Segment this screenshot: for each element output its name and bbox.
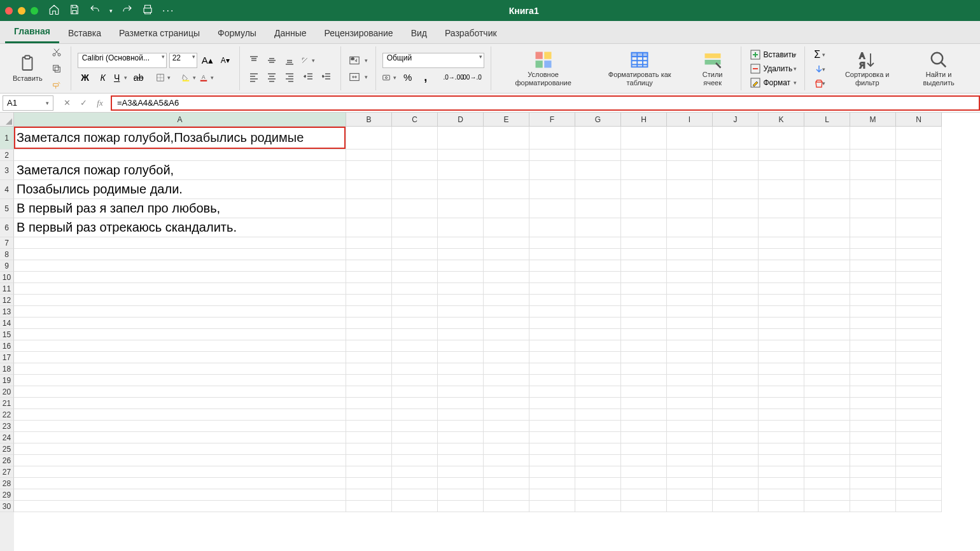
cell-G2[interactable] (575, 150, 621, 161)
column-header-N[interactable]: N (896, 113, 942, 127)
cell-M8[interactable] (850, 249, 896, 260)
cell-M18[interactable] (850, 363, 896, 375)
column-header-L[interactable]: L (804, 113, 850, 127)
font-name-select[interactable]: Calibri (Основной... (78, 53, 167, 68)
cell-D4[interactable] (438, 180, 484, 199)
cell-B12[interactable] (346, 295, 392, 306)
cell-B14[interactable] (346, 317, 392, 329)
cell-J6[interactable] (713, 218, 759, 237)
cell-K1[interactable] (759, 127, 804, 150)
cell-M7[interactable] (850, 237, 896, 249)
cell-L25[interactable] (804, 443, 850, 455)
cell-M3[interactable] (850, 161, 896, 180)
row-header-2[interactable]: 2 (0, 150, 14, 161)
cell-L5[interactable] (804, 199, 850, 218)
row-header-27[interactable]: 27 (0, 466, 14, 478)
cell-D28[interactable] (438, 478, 484, 489)
cell-C18[interactable] (392, 363, 438, 375)
cell-K2[interactable] (759, 150, 804, 161)
cell-A15[interactable] (14, 329, 346, 340)
cell-J10[interactable] (713, 272, 759, 283)
cell-N26[interactable] (896, 455, 942, 466)
cell-I10[interactable] (667, 272, 713, 283)
cell-G9[interactable] (575, 260, 621, 272)
cell-H11[interactable] (621, 283, 667, 295)
cell-N6[interactable] (896, 218, 942, 237)
cell-I6[interactable] (667, 218, 713, 237)
cell-K3[interactable] (759, 161, 804, 180)
cell-C15[interactable] (392, 329, 438, 340)
cell-H5[interactable] (621, 199, 667, 218)
cell-L21[interactable] (804, 398, 850, 409)
cell-B22[interactable] (346, 409, 392, 421)
cell-G5[interactable] (575, 199, 621, 218)
cell-G26[interactable] (575, 455, 621, 466)
cell-J25[interactable] (713, 443, 759, 455)
cell-J4[interactable] (713, 180, 759, 199)
cell-A10[interactable] (14, 272, 346, 283)
cell-I4[interactable] (667, 180, 713, 199)
cell-G17[interactable] (575, 352, 621, 363)
cell-B8[interactable] (346, 249, 392, 260)
cell-E20[interactable] (484, 386, 529, 398)
cell-N18[interactable] (896, 363, 942, 375)
strikethrough-button[interactable]: ab (131, 71, 146, 85)
cell-I28[interactable] (667, 478, 713, 489)
cell-E14[interactable] (484, 317, 529, 329)
formula-input[interactable]: =A3&A4&A5&A6 (111, 95, 980, 111)
cell-G8[interactable] (575, 249, 621, 260)
cell-C27[interactable] (392, 466, 438, 478)
row-header-7[interactable]: 7 (0, 237, 14, 249)
cell-L29[interactable] (804, 489, 850, 501)
row-header-21[interactable]: 21 (0, 398, 14, 409)
clear-button[interactable] (811, 78, 827, 89)
cell-G20[interactable] (575, 386, 621, 398)
cell-A13[interactable] (14, 306, 346, 317)
cell-L9[interactable] (804, 260, 850, 272)
cell-C2[interactable] (392, 150, 438, 161)
cell-N3[interactable] (896, 161, 942, 180)
cell-M24[interactable] (850, 432, 896, 443)
cell-A27[interactable] (14, 466, 346, 478)
cell-C12[interactable] (392, 295, 438, 306)
cell-J17[interactable] (713, 352, 759, 363)
cell-I7[interactable] (667, 237, 713, 249)
close-window[interactable] (5, 7, 13, 15)
cell-G30[interactable] (575, 501, 621, 512)
cell-B13[interactable] (346, 306, 392, 317)
cell-N28[interactable] (896, 478, 942, 489)
row-header-9[interactable]: 9 (0, 260, 14, 272)
cell-F9[interactable] (529, 260, 575, 272)
cell-M29[interactable] (850, 489, 896, 501)
cell-L17[interactable] (804, 352, 850, 363)
cell-E4[interactable] (484, 180, 529, 199)
cell-E24[interactable] (484, 432, 529, 443)
cell-K16[interactable] (759, 340, 804, 352)
cell-A5[interactable]: В первый раз я запел про любовь, (14, 199, 346, 218)
cell-C7[interactable] (392, 237, 438, 249)
cell-H4[interactable] (621, 180, 667, 199)
cell-I21[interactable] (667, 398, 713, 409)
cell-C28[interactable] (392, 478, 438, 489)
cell-H15[interactable] (621, 329, 667, 340)
cell-L13[interactable] (804, 306, 850, 317)
cell-D1[interactable] (438, 127, 484, 150)
cell-A16[interactable] (14, 340, 346, 352)
cell-G16[interactable] (575, 340, 621, 352)
cell-I15[interactable] (667, 329, 713, 340)
name-box[interactable]: A1 ▾ (3, 95, 53, 111)
cell-A29[interactable] (14, 489, 346, 501)
row-header-23[interactable]: 23 (0, 421, 14, 432)
cell-G21[interactable] (575, 398, 621, 409)
tab-разметка страницы[interactable]: Разметка страницы (110, 23, 209, 43)
cell-B9[interactable] (346, 260, 392, 272)
cell-L7[interactable] (804, 237, 850, 249)
cell-D13[interactable] (438, 306, 484, 317)
cell-G12[interactable] (575, 295, 621, 306)
cell-N22[interactable] (896, 409, 942, 421)
cell-K21[interactable] (759, 398, 804, 409)
fx-icon[interactable]: fx (94, 97, 106, 109)
cell-B1[interactable] (346, 127, 392, 150)
merge-cells-icon[interactable] (347, 70, 369, 84)
cell-D11[interactable] (438, 283, 484, 295)
